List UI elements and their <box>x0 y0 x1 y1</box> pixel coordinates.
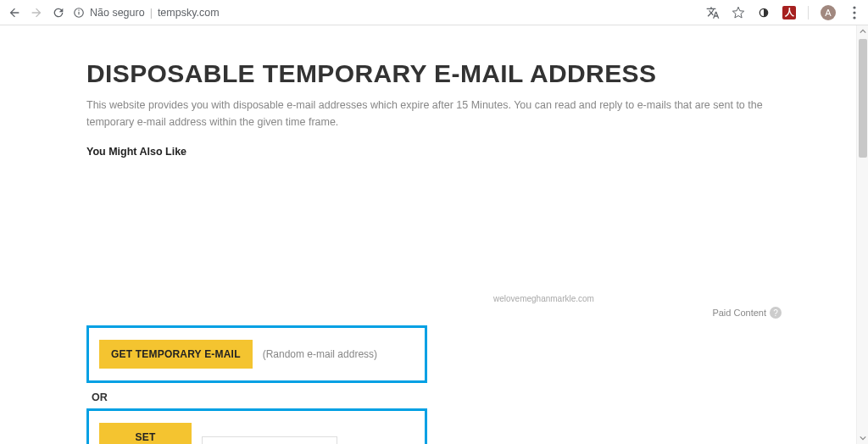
info-icon <box>73 7 85 19</box>
dots-vertical-icon <box>853 6 856 19</box>
profile-avatar-letter: A <box>825 8 831 18</box>
extension-button[interactable] <box>757 6 771 19</box>
paid-content-label[interactable]: Paid Content ? <box>712 307 782 319</box>
paid-content-row: Paid Content ? <box>86 307 782 325</box>
site-info[interactable]: Não seguro | tempsky.com <box>73 7 220 19</box>
bookmark-button[interactable] <box>732 6 745 19</box>
arrow-left-icon <box>8 6 21 19</box>
separator: | <box>150 7 153 19</box>
profile-button[interactable]: A <box>821 5 836 20</box>
or-label: OR <box>92 391 782 403</box>
svg-point-4 <box>853 6 855 8</box>
svg-rect-1 <box>78 11 79 14</box>
browser-toolbar: Não seguro | tempsky.com 人 A <box>0 0 868 25</box>
page-title: DISPOSABLE TEMPORARY E-MAIL ADDRESS <box>86 59 782 88</box>
custom-email-input[interactable] <box>202 436 337 444</box>
chrome-menu-button[interactable] <box>848 6 861 19</box>
translate-button[interactable] <box>706 6 720 19</box>
reload-button[interactable] <box>51 5 66 20</box>
acrobat-icon: 人 <box>785 6 794 19</box>
url-text: tempsky.com <box>158 7 220 19</box>
scrollbar-thumb[interactable] <box>859 39 867 158</box>
get-temporary-email-button[interactable]: GET TEMPORARY E-MAIL <box>99 340 253 369</box>
back-button[interactable] <box>7 5 22 20</box>
vertical-scrollbar[interactable] <box>856 25 868 444</box>
not-secure-label: Não seguro <box>90 7 145 19</box>
reload-icon <box>52 6 65 19</box>
get-email-hint: (Random e-mail address) <box>263 348 377 360</box>
svg-rect-2 <box>78 9 79 10</box>
paid-content-text: Paid Content <box>712 308 766 318</box>
star-icon <box>732 6 745 19</box>
address-bar[interactable]: Não seguro | tempsky.com <box>73 3 699 23</box>
ad-source-link[interactable]: welovemeghanmarkle.com <box>493 294 594 303</box>
scroll-down-button[interactable] <box>857 432 868 444</box>
translate-icon <box>706 6 720 19</box>
page-viewport: DISPOSABLE TEMPORARY E-MAIL ADDRESS This… <box>0 25 868 444</box>
chevron-up-icon <box>860 28 866 35</box>
toolbar-divider <box>808 6 809 19</box>
acrobat-extension-button[interactable]: 人 <box>782 6 796 19</box>
get-email-row: GET TEMPORARY E-MAIL (Random e-mail addr… <box>86 325 427 383</box>
chevron-down-icon <box>860 435 866 441</box>
page-content: DISPOSABLE TEMPORARY E-MAIL ADDRESS This… <box>86 25 782 444</box>
ad-region: welovemeghanmarkle.com <box>86 163 782 307</box>
scroll-up-button[interactable] <box>857 25 868 37</box>
forward-button[interactable] <box>29 5 44 20</box>
circle-icon <box>757 6 771 19</box>
question-mark-icon: ? <box>770 307 782 319</box>
page-description: This website provides you with disposabl… <box>86 97 782 130</box>
svg-point-6 <box>853 16 855 19</box>
svg-point-5 <box>853 11 855 14</box>
arrow-right-icon <box>30 6 43 19</box>
set-email-row: SET TEMPORARY E-MAIL @discos4.com <box>86 408 427 444</box>
you-might-also-like-heading: You Might Also Like <box>86 146 782 158</box>
set-temporary-email-button[interactable]: SET TEMPORARY E-MAIL <box>99 423 192 444</box>
toolbar-right-icons: 人 A <box>706 5 861 20</box>
